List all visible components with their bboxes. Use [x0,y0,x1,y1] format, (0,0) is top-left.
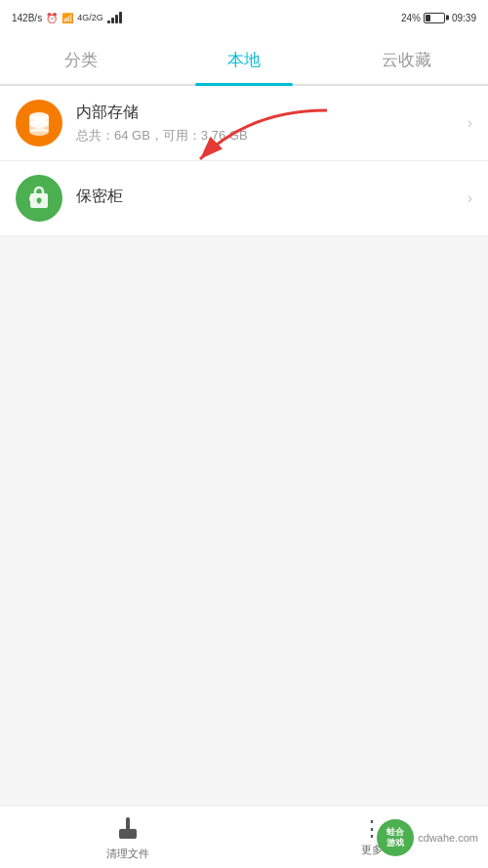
list-item-safe-box[interactable]: 保密柜 › [0,161,488,236]
safe-box-text: 保密柜 [76,186,468,211]
bottom-bar: 清理文件 ⋮ 更多 蛙合游戏 cdwahe.com [0,806,488,868]
internal-storage-icon [16,100,62,146]
svg-rect-7 [38,200,41,204]
watermark-text: cdwahe.com [418,832,478,844]
database-icon [25,109,53,137]
tab-local[interactable]: 本地 [163,35,326,84]
network-text: 4G/2G [77,13,103,22]
safe-box-icon [16,175,62,222]
internal-storage-subtitle: 总共：64 GB，可用：3.76 GB [76,127,468,145]
battery-icon [424,13,445,23]
tab-bar: 分类 本地 云收藏 [0,35,488,86]
internal-storage-title: 内部存储 [76,103,468,123]
tab-local-label: 本地 [227,49,261,71]
tab-classify[interactable]: 分类 [0,35,163,84]
safe-box-title: 保密柜 [76,186,468,207]
internal-storage-text: 内部存储 总共：64 GB，可用：3.76 GB [76,103,468,145]
tab-classify-label: 分类 [64,49,98,71]
time-text: 09:39 [452,13,476,23]
storage-list: 内部存储 总共：64 GB，可用：3.76 GB › 保密柜 › [0,86,488,236]
tab-cloud-label: 云收藏 [382,49,431,71]
safe-box-arrow: › [468,189,472,207]
clean-files-button[interactable]: 清理文件 [106,814,149,861]
list-item-internal-storage[interactable]: 内部存储 总共：64 GB，可用：3.76 GB › [0,86,488,161]
status-right: 24% 09:39 [401,13,476,23]
broom-icon [114,814,142,844]
svg-rect-10 [126,817,130,831]
battery-percent: 24% [401,13,421,23]
alarm-icon: ⏰ [46,13,58,23]
signal-icon [107,12,122,23]
tab-cloud[interactable]: 云收藏 [325,35,488,84]
speed-text: 142B/s [12,13,42,23]
svg-point-4 [29,128,49,136]
wifi-icon: 📶 [61,13,73,23]
status-speed: 142B/s ⏰ 📶 4G/2G [12,12,122,23]
watermark: 蛙合游戏 cdwahe.com [377,819,478,856]
watermark-logo: 蛙合游戏 [377,819,414,856]
content-area: 内部存储 总共：64 GB，可用：3.76 GB › 保密柜 › [0,86,488,806]
svg-rect-8 [29,196,32,201]
lock-box-icon [26,186,52,211]
internal-storage-arrow: › [468,114,472,132]
status-bar: 142B/s ⏰ 📶 4G/2G 24% 09:39 [0,0,488,35]
clean-files-label: 清理文件 [106,847,149,861]
